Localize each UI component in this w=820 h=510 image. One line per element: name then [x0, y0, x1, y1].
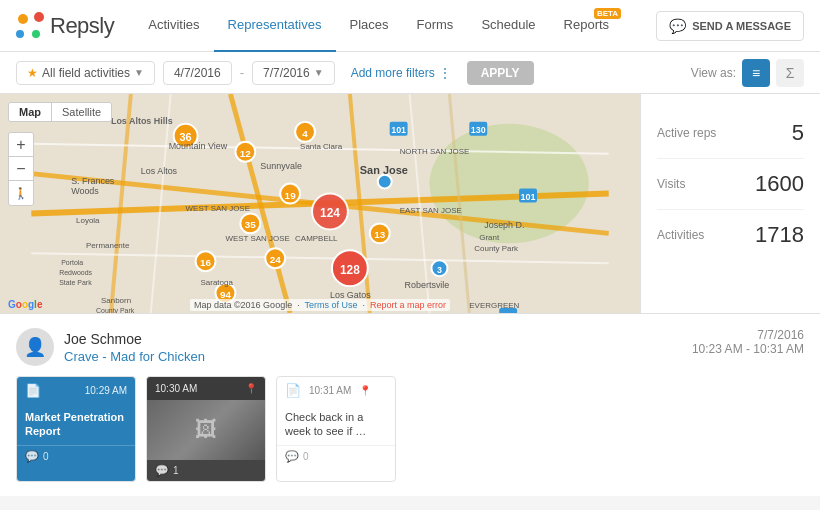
star-icon: ★ [27, 66, 38, 80]
activity-card-1[interactable]: 📄 10:29 AM Market Penetration Report 💬 0 [16, 376, 136, 482]
chat-icon: 💬 [669, 18, 686, 34]
chevron-down-icon: ▼ [134, 67, 144, 78]
logo-circle-blue [16, 30, 24, 38]
filter-bar: ★ All field activities ▼ 4/7/2016 - 7/7/… [0, 52, 820, 94]
view-as-controls: View as: ≡ Σ [691, 59, 804, 87]
zoom-in-button[interactable]: + [9, 133, 33, 157]
svg-text:16: 16 [200, 257, 212, 268]
svg-text:Sanborn: Sanborn [101, 296, 131, 305]
visits-stat: Visits 1600 [657, 159, 804, 210]
user-name: Joe Schmoe [64, 331, 205, 347]
logo-text: Repsly [50, 13, 114, 39]
svg-text:3: 3 [437, 265, 442, 275]
activity-card-1-footer: 💬 0 [17, 445, 135, 467]
logo-icon [16, 12, 44, 40]
activity-filter-dropdown[interactable]: ★ All field activities ▼ [16, 61, 155, 85]
svg-text:County Park: County Park [474, 244, 518, 253]
activity-user: 👤 Joe Schmoe Crave - Mad for Chicken [16, 328, 205, 366]
stats-panel: Active reps 5 Visits 1600 Activities 171… [640, 94, 820, 313]
activity-card-2-header: 10:30 AM 📍 [147, 377, 265, 400]
logo-circle-yellow [18, 14, 28, 24]
logo: Repsly [16, 12, 114, 40]
activity-user-info: Joe Schmoe Crave - Mad for Chicken [64, 331, 205, 364]
svg-text:101: 101 [391, 125, 406, 135]
activity-time: 7/7/2016 10:23 AM - 10:31 AM [692, 328, 804, 356]
svg-text:35: 35 [245, 219, 257, 230]
active-reps-stat: Active reps 5 [657, 108, 804, 159]
main-nav: Activities Representatives Places Forms … [134, 0, 656, 51]
apply-button[interactable]: APPLY [467, 61, 534, 85]
add-filters-button[interactable]: Add more filters ⋮ [343, 62, 459, 84]
photo-thumbnail: 🖼 [147, 400, 265, 460]
svg-text:Robertsvile: Robertsvile [405, 280, 450, 290]
activity-header: 👤 Joe Schmoe Crave - Mad for Chicken 7/7… [16, 328, 804, 366]
pin-icon-3: 📍 [359, 385, 371, 396]
activity-section: 👤 Joe Schmoe Crave - Mad for Chicken 7/7… [0, 314, 820, 496]
activity-card-3-body: Check back in a week to see if … [277, 404, 395, 445]
activity-card-3[interactable]: 📄 10:31 AM 📍 Check back in a week to see… [276, 376, 396, 482]
map-tab-satellite[interactable]: Satellite [52, 103, 111, 121]
list-view-button[interactable]: ≡ [742, 59, 770, 87]
svg-text:Sunnyvale: Sunnyvale [260, 161, 302, 171]
send-message-button[interactable]: 💬 SEND A MESSAGE [656, 11, 804, 41]
chevron-down-icon-2: ▼ [314, 67, 324, 78]
map-section: Map Satellite + − 🚶 [0, 94, 820, 314]
svg-text:CAMPBELL: CAMPBELL [295, 234, 338, 243]
svg-text:130: 130 [471, 125, 486, 135]
svg-text:124: 124 [320, 206, 340, 220]
map-svg: 36 12 4 19 35 24 16 94 13 128 124 [0, 94, 640, 313]
zoom-out-button[interactable]: − [9, 157, 33, 181]
logo-circle-red [34, 12, 44, 22]
activity-card-2-footer: 💬 1 [147, 460, 265, 481]
svg-text:Santa Clara: Santa Clara [300, 142, 343, 151]
map-container: Map Satellite + − 🚶 [0, 94, 640, 313]
svg-point-37 [378, 175, 392, 189]
svg-text:Loyola: Loyola [76, 216, 100, 225]
nav-schedule[interactable]: Schedule [467, 0, 549, 52]
comment-icon-1: 💬 [25, 450, 39, 463]
activity-card-1-body: Market Penetration Report [17, 404, 135, 445]
svg-text:San Jose: San Jose [360, 164, 408, 176]
activity-card-1-header: 📄 10:29 AM [17, 377, 135, 404]
svg-text:101: 101 [521, 192, 536, 202]
svg-text:County Park: County Park [96, 307, 135, 313]
date-end-picker[interactable]: 7/7/2016 ▼ [252, 61, 335, 85]
nav-activities[interactable]: Activities [134, 0, 213, 52]
header-right: 💬 SEND A MESSAGE [656, 11, 804, 41]
svg-text:NORTH SAN JOSE: NORTH SAN JOSE [400, 147, 470, 156]
summary-view-button[interactable]: Σ [776, 59, 804, 87]
google-logo: Google [8, 296, 42, 311]
svg-text:13: 13 [374, 229, 386, 240]
svg-text:Saratoga: Saratoga [201, 278, 234, 287]
nav-reports[interactable]: Reports BETA [550, 0, 624, 52]
zoom-controls: + − 🚶 [8, 132, 34, 206]
pin-icon-2: 📍 [245, 383, 257, 394]
comment-icon-2: 💬 [155, 464, 169, 477]
nav-forms[interactable]: Forms [403, 0, 468, 52]
nav-representatives[interactable]: Representatives [214, 0, 336, 52]
svg-text:Los Altos Hills: Los Altos Hills [111, 116, 173, 126]
svg-text:Grant: Grant [479, 233, 500, 242]
activity-card-3-footer: 💬 0 [277, 445, 395, 467]
dots-icon: ⋮ [439, 66, 451, 80]
svg-text:Joseph D.: Joseph D. [484, 220, 524, 230]
date-separator: - [240, 65, 244, 80]
svg-text:Portola: Portola [61, 259, 83, 266]
svg-text:4: 4 [302, 128, 308, 139]
svg-text:S. Frances: S. Frances [71, 176, 115, 186]
nav-places[interactable]: Places [336, 0, 403, 52]
date-start-picker[interactable]: 4/7/2016 [163, 61, 232, 85]
map-tabs: Map Satellite [8, 102, 112, 122]
map-attribution: Map data ©2016 Google · Terms of Use · R… [190, 299, 450, 311]
svg-text:24: 24 [270, 254, 282, 265]
svg-text:Woods: Woods [71, 186, 99, 196]
activity-card-2[interactable]: 10:30 AM 📍 🖼 💬 1 [146, 376, 266, 482]
activities-stat: Activities 1718 [657, 210, 804, 260]
svg-text:12: 12 [240, 148, 252, 159]
svg-text:Los Altos: Los Altos [141, 166, 178, 176]
place-name[interactable]: Crave - Mad for Chicken [64, 349, 205, 364]
pegman-button[interactable]: 🚶 [9, 181, 33, 205]
map-tab-map[interactable]: Map [9, 103, 52, 121]
svg-text:128: 128 [340, 263, 360, 277]
logo-circle-green [32, 30, 40, 38]
